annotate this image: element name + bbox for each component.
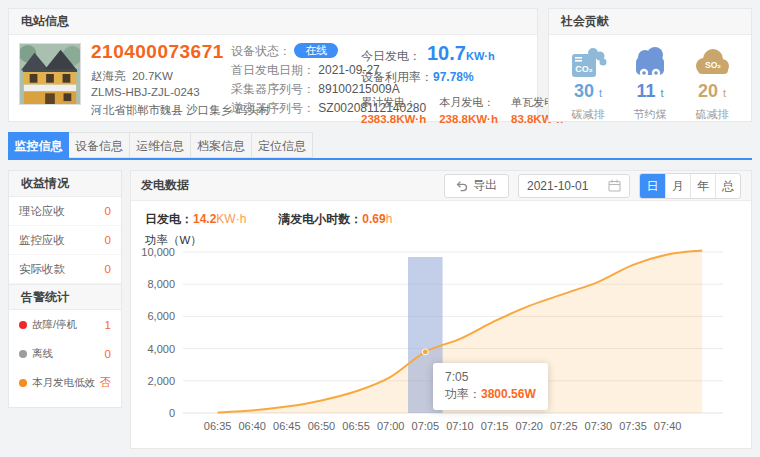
date-picker-value: 2021-10-01 — [527, 179, 588, 193]
tooltip-power-value: 3800.56W — [481, 387, 536, 401]
sidebar-panel: 收益情况 理论应收 0 监控应收 0 实际收款 0 告警统计 故障/停机 1 离… — [8, 170, 122, 408]
social-contribution-panel: 社会贡献 CO₂ 30 t 碳减排 11 t — [548, 8, 752, 122]
alarm-label: 本月发电低效 — [32, 376, 95, 390]
chart-header: 发电数据 导出 2021-10-01 日 月 — [131, 171, 751, 201]
coal-saved-icon — [631, 45, 669, 79]
power-chart[interactable]: 02,0004,0006,0008,00010,00006:3506:4006:… — [135, 245, 749, 445]
co2-value-unit: t — [599, 87, 602, 99]
range-month-button[interactable]: 月 — [665, 174, 690, 198]
revenue-row-monitored: 监控应收 0 — [9, 226, 121, 255]
revenue-section-title: 收益情况 — [9, 171, 121, 197]
highlight-point-marker — [422, 349, 428, 355]
so2-reduction-icon: SO₂ — [693, 45, 731, 79]
svg-text:07:00: 07:00 — [377, 420, 405, 432]
range-year-button[interactable]: 年 — [690, 174, 715, 198]
svg-text:07:10: 07:10 — [446, 420, 474, 432]
info-tabs: 监控信息 设备信息 运维信息 档案信息 定位信息 — [8, 132, 313, 158]
collector-serial-label: 采集器序列号： — [231, 82, 315, 96]
svg-text:06:35: 06:35 — [204, 420, 232, 432]
svg-text:07:05: 07:05 — [412, 420, 440, 432]
full-generation-hours-unit: h — [386, 212, 393, 226]
svg-text:6,000: 6,000 — [147, 310, 175, 322]
coal-value-unit: t — [660, 87, 663, 99]
revenue-row-actual: 实际收款 0 — [9, 255, 121, 284]
alarm-label: 离线 — [32, 347, 53, 361]
tab-device-info[interactable]: 设备信息 — [69, 132, 130, 158]
generation-summary: 今日发电：10.7KW·h 设备利用率：97.78% 累计发电： 2383.8K… — [361, 42, 533, 125]
total-generation: 累计发电： 2383.8KW·h — [361, 95, 426, 125]
alarm-label: 故障/停机 — [32, 318, 77, 332]
coal-value-number: 11 — [636, 81, 655, 101]
so2-reduction-item: SO₂ 20 t 硫减排 — [681, 45, 743, 122]
co2-reduction-label: 碳减排 — [557, 107, 619, 122]
offline-status-dot — [19, 350, 27, 358]
station-model-code: ZLMS-HBJ-ZJL-0243 — [91, 86, 200, 98]
daily-generation: 日发电：14.2KW·h — [145, 211, 246, 228]
svg-text:07:20: 07:20 — [515, 420, 543, 432]
range-day-button[interactable]: 日 — [640, 174, 665, 198]
revenue-value: 0 — [105, 263, 111, 275]
svg-text:06:40: 06:40 — [238, 420, 266, 432]
page: 电站信息 210400073671 赵海亮 20.7KW ZLMS-HBJ-ZJ… — [0, 0, 760, 457]
svg-text:4,000: 4,000 — [147, 343, 175, 355]
revenue-label: 实际收款 — [19, 262, 65, 277]
station-info-panel: 电站信息 210400073671 赵海亮 20.7KW ZLMS-HBJ-ZJ… — [8, 8, 538, 122]
export-label: 导出 — [473, 177, 497, 194]
station-id: 210400073671 — [91, 41, 224, 63]
revenue-value: 0 — [105, 205, 111, 217]
social-items: CO₂ 30 t 碳减排 11 t 节约煤 SO₂ — [549, 35, 751, 122]
tooltip-time: 7:05 — [445, 369, 536, 386]
tab-location-info[interactable]: 定位信息 — [252, 132, 313, 158]
status-badge: 在线 — [294, 43, 338, 58]
today-generation-value: 10.7 — [427, 42, 466, 64]
inverter-serial-label: 逆变器序列号： — [231, 101, 315, 115]
station-capacity: 20.7KW — [132, 70, 173, 82]
tab-archive-info[interactable]: 档案信息 — [191, 132, 252, 158]
daily-generation-unit: KW·h — [216, 212, 246, 226]
today-generation-row: 今日发电：10.7KW·h — [361, 42, 533, 65]
calendar-icon — [608, 179, 621, 192]
tooltip-power-label: 功率： — [445, 387, 481, 401]
date-picker[interactable]: 2021-10-01 — [518, 174, 630, 198]
so2-reduction-label: 硫减排 — [681, 107, 743, 122]
svg-text:2,000: 2,000 — [147, 375, 175, 387]
alarm-section-title: 告警统计 — [9, 284, 121, 310]
full-generation-hours: 满发电小时数：0.69h — [278, 211, 392, 228]
station-photo — [19, 43, 81, 105]
x-axis-labels: 06:3506:4006:4506:5006:5507:0007:0507:10… — [204, 420, 682, 432]
coal-saved-value: 11 t — [619, 81, 681, 102]
co2-reduction-item: CO₂ 30 t 碳减排 — [557, 45, 619, 122]
total-generation-label: 累计发电： — [361, 95, 426, 110]
svg-text:06:45: 06:45 — [273, 420, 301, 432]
svg-text:07:15: 07:15 — [481, 420, 509, 432]
revenue-value: 0 — [105, 234, 111, 246]
export-button[interactable]: 导出 — [444, 174, 509, 198]
tabs-underline — [8, 158, 752, 160]
alarm-row-offline: 离线 0 — [9, 339, 121, 368]
daily-generation-label: 日发电： — [145, 212, 193, 226]
range-total-button[interactable]: 总 — [715, 174, 740, 198]
power-area-chart[interactable]: 02,0004,0006,0008,00010,00006:3506:4006:… — [135, 245, 749, 445]
coal-saved-label: 节约煤 — [619, 107, 681, 122]
co2-reduction-value: 30 t — [557, 81, 619, 102]
svg-text:07:30: 07:30 — [585, 420, 613, 432]
svg-text:07:25: 07:25 — [550, 420, 578, 432]
svg-text:07:40: 07:40 — [654, 420, 682, 432]
alarm-row-fault: 故障/停机 1 — [9, 310, 121, 339]
alarm-value: 0 — [105, 348, 111, 360]
tab-monitor-info[interactable]: 监控信息 — [8, 132, 69, 158]
svg-text:06:50: 06:50 — [308, 420, 336, 432]
revenue-label: 理论应收 — [19, 204, 65, 219]
so2-reduction-value: 20 t — [681, 81, 743, 102]
month-generation-value: 238.8KW·h — [439, 113, 498, 125]
range-selector: 日 月 年 总 — [639, 173, 741, 199]
tab-operation-info[interactable]: 运维信息 — [130, 132, 191, 158]
generation-stats-row: 累计发电： 2383.8KW·h 本月发电： 238.8KW·h 单瓦发电： 8… — [361, 95, 533, 125]
revenue-row-theoretical: 理论应收 0 — [9, 197, 121, 226]
export-icon — [456, 180, 468, 192]
coal-saved-item: 11 t 节约煤 — [619, 45, 681, 122]
station-owner-capacity: 赵海亮 20.7KW — [91, 69, 173, 84]
so2-value-number: 20 — [698, 81, 718, 101]
svg-text:07:35: 07:35 — [619, 420, 647, 432]
svg-text:8,000: 8,000 — [147, 278, 175, 290]
